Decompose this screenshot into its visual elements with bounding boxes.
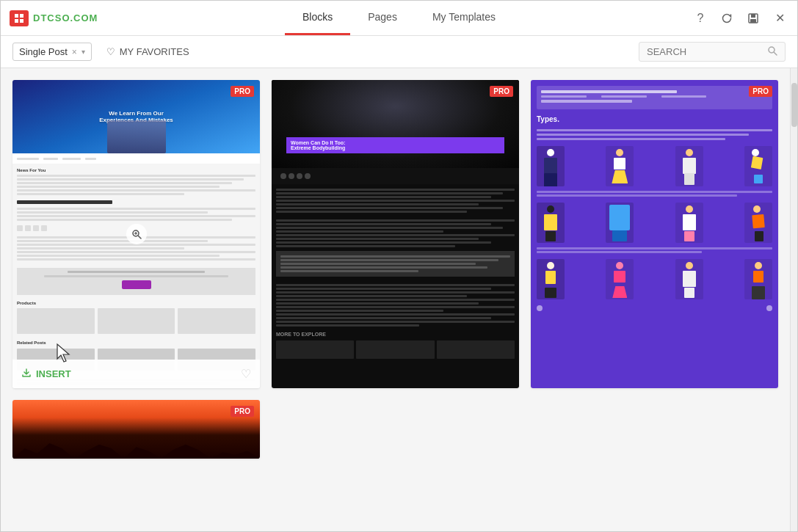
favorite-icon-1[interactable]: ♡ (241, 367, 251, 381)
purple-template-preview: Types. (531, 80, 778, 388)
logo-text: DTCSO.COM (33, 12, 98, 23)
main-content: PRO We Learn From OurExperiences And Mis… (1, 68, 797, 531)
card-preview-2: Women Can Do It Too:Extreme Bodybuilding (272, 80, 519, 388)
post-type-dropdown[interactable]: Single Post × ▾ (12, 43, 92, 61)
scrollbar-thumb[interactable] (791, 83, 797, 127)
tab-pages[interactable]: Pages (350, 1, 415, 35)
pro-badge-1: PRO (231, 86, 254, 97)
template-card-2[interactable]: PRO Women Can Do It Too:Extreme Bodybuil… (272, 80, 519, 388)
pro-badge-4: PRO (231, 406, 254, 417)
svg-rect-2 (15, 19, 18, 23)
dropdown-clear[interactable]: × (72, 47, 77, 57)
fitness-template-preview: Women Can Do It Too:Extreme Bodybuilding (272, 80, 519, 388)
scrollbar-track[interactable] (790, 68, 797, 531)
search-icon (767, 45, 777, 58)
pro-badge-2: PRO (490, 86, 513, 97)
tab-blocks[interactable]: Blocks (285, 1, 350, 35)
template-card-3[interactable]: PRO (531, 80, 778, 388)
svg-rect-1 (20, 14, 23, 18)
header-tabs: Blocks Pages My Templates (148, 1, 650, 35)
help-icon[interactable]: ? (692, 10, 709, 27)
favorites-button[interactable]: ♡ MY FAVORITES (101, 43, 195, 60)
template-card-4[interactable]: PRO (12, 400, 260, 459)
pro-badge-3: PRO (749, 86, 772, 97)
heart-outline-icon: ♡ (106, 46, 115, 57)
dropdown-arrow-icon: ▾ (81, 48, 85, 56)
insert-button-1[interactable]: INSERT (21, 368, 71, 380)
app-window: DTCSO.COM Blocks Pages My Templates ? (0, 0, 798, 532)
svg-point-7 (769, 47, 775, 53)
card-action-bar-1: INSERT ♡ (12, 360, 260, 388)
template-grid: PRO We Learn From OurExperiences And Mis… (12, 80, 778, 459)
header-logo: DTCSO.COM (1, 10, 148, 26)
blog-hero: We Learn From OurExperiences And Mistake… (12, 80, 260, 153)
search-bar (639, 42, 786, 62)
filter-bar: Single Post × ▾ ♡ MY FAVORITES (1, 36, 797, 68)
svg-line-10 (138, 236, 141, 239)
card-preview-1: We Learn From OurExperiences And Mistake… (12, 80, 260, 388)
header-actions: ? ✕ (650, 10, 797, 27)
card-preview-3: Types. (531, 80, 778, 388)
content-area: PRO We Learn From OurExperiences And Mis… (1, 68, 790, 531)
tab-my-templates[interactable]: My Templates (415, 1, 513, 35)
template-card-1[interactable]: PRO We Learn From OurExperiences And Mis… (12, 80, 260, 388)
refresh-icon[interactable] (718, 10, 736, 27)
search-input[interactable] (647, 46, 767, 57)
svg-rect-0 (15, 14, 18, 18)
zoom-icon (126, 224, 147, 244)
svg-rect-6 (750, 19, 756, 23)
landscape-preview (12, 400, 260, 459)
logo-icon (10, 10, 29, 26)
close-icon[interactable]: ✕ (771, 10, 788, 27)
svg-rect-3 (20, 19, 23, 23)
blog-nav (12, 153, 260, 164)
header: DTCSO.COM Blocks Pages My Templates ? (1, 1, 797, 36)
fitness-hero: Women Can Do It Too:Extreme Bodybuilding (272, 80, 519, 168)
svg-line-8 (775, 53, 777, 56)
svg-rect-5 (751, 14, 755, 18)
download-icon (21, 368, 32, 380)
save-icon[interactable] (744, 10, 762, 27)
